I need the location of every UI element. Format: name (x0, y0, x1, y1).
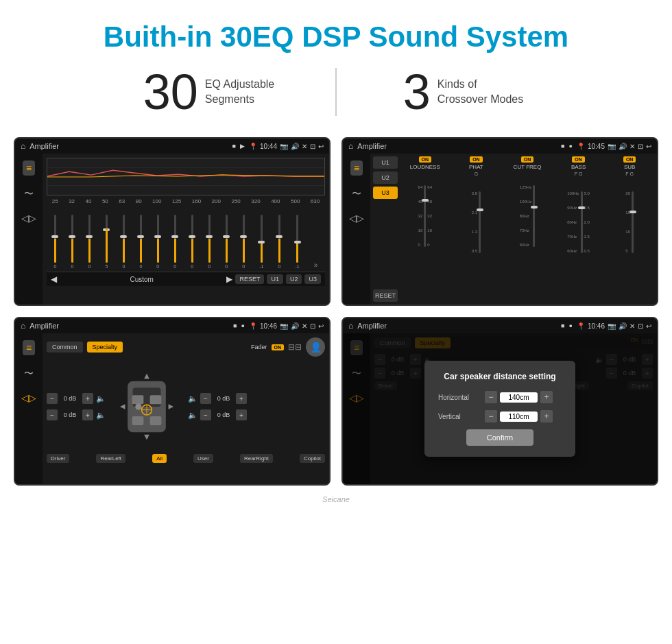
specialty-sidebar-eq[interactable]: ≡ (23, 340, 35, 355)
preset-u1[interactable]: U1 (373, 156, 398, 169)
slider-col-12[interactable]: 0 (242, 215, 245, 269)
db-plus-rl[interactable]: + (82, 409, 93, 420)
db-minus-rl[interactable]: − (47, 409, 58, 420)
slider-col-11[interactable]: 0 (225, 215, 228, 269)
eq-sidebar-eq[interactable]: ≡ (23, 160, 35, 176)
tab-specialty[interactable]: Specialty (87, 342, 123, 353)
window-icon-3[interactable]: ⊡ (310, 322, 315, 330)
status-icons-1: 📍 10:44 📷 🔊 ✕ ⊡ ↩ (249, 143, 324, 150)
db-plus-fl[interactable]: + (82, 393, 93, 404)
x-icon-4[interactable]: ✕ (629, 322, 635, 330)
cutfreq-slider[interactable]: 125Hz100Hz80Hz70Hz60Hz (520, 171, 535, 247)
horizontal-row: Horizontal − 140cm + (438, 391, 562, 403)
slider-col-1[interactable]: 0 (54, 215, 57, 269)
crossover-sidebar-vol[interactable]: ◁▷ (349, 213, 364, 224)
home-icon-4[interactable]: ⌂ (348, 321, 353, 331)
slider-col-4[interactable]: 5 (105, 215, 108, 269)
back-icon-1[interactable]: ↩ (318, 143, 324, 150)
db-minus-fr[interactable]: − (200, 393, 211, 404)
crossover-reset-btn[interactable]: RESET (373, 289, 398, 302)
slider-col-8[interactable]: 0 (173, 215, 176, 269)
phat-slider[interactable]: 3.82.11.30.5 (472, 178, 481, 253)
x-icon-1[interactable]: ✕ (302, 143, 307, 150)
eq-u3-btn[interactable]: U3 (304, 274, 321, 284)
vertical-plus[interactable]: + (540, 410, 553, 422)
slider-col-9[interactable]: 0 (191, 215, 193, 269)
cutfreq-toggle[interactable]: ON (521, 156, 534, 163)
window-icon-2[interactable]: ⊡ (638, 143, 643, 150)
svg-rect-8 (132, 416, 144, 425)
slider-col-3[interactable]: 0 (88, 215, 91, 269)
eq-sidebar-wave[interactable]: 〜 (24, 188, 34, 200)
play-icon-1[interactable]: ▶ (240, 143, 245, 150)
pos-driver[interactable]: Driver (47, 454, 69, 463)
loudness-toggle[interactable]: ON (419, 156, 432, 163)
pos-rearright[interactable]: RearRight (240, 454, 273, 463)
user-avatar-btn[interactable]: 👤 (306, 337, 325, 357)
slider-col-6[interactable]: 0 (139, 215, 142, 269)
specialty-sidebar-vol[interactable]: ◁▷ (21, 392, 36, 403)
loudness-slider[interactable]: 644832160 644832160 (418, 171, 432, 247)
eq-sidebar-vol[interactable]: ◁▷ (21, 213, 36, 224)
eq-stat: 30 EQ Adjustable Segments (96, 67, 322, 117)
home-icon-1[interactable]: ⌂ (21, 141, 25, 151)
sub-toggle[interactable]: ON (623, 156, 636, 163)
pos-copilot[interactable]: Copilot (300, 454, 325, 463)
preset-u2[interactable]: U2 (373, 171, 398, 184)
vertical-minus[interactable]: − (485, 410, 497, 422)
pos-user[interactable]: User (193, 454, 213, 463)
home-icon-2[interactable]: ⌂ (348, 141, 353, 151)
pos-all[interactable]: All (152, 454, 167, 463)
screen-dialog: ⌂ Amplifier ■ ● 📍 10:46 📷 🔊 ✕ ⊡ ↩ ≡ 〜 ◁▷ (341, 317, 658, 486)
eq-reset-btn[interactable]: RESET (235, 274, 264, 284)
x-icon-3[interactable]: ✕ (302, 322, 307, 330)
volume-icon-1: 🔊 (291, 143, 299, 150)
record-icon-3: ■ (233, 322, 237, 329)
slider-col-13[interactable]: -1 (259, 215, 263, 269)
bass-toggle[interactable]: ON (572, 156, 585, 163)
confirm-button[interactable]: Confirm (466, 429, 534, 446)
slider-col-10[interactable]: 0 (208, 215, 211, 269)
db-plus-rr[interactable]: + (236, 409, 247, 420)
svg-marker-17 (169, 404, 173, 409)
crossover-sidebar-wave[interactable]: 〜 (352, 188, 361, 200)
slider-col-2[interactable]: 0 (71, 215, 74, 269)
eq-u2-btn[interactable]: U2 (286, 274, 302, 284)
fader-toggle[interactable]: ON (272, 344, 285, 350)
eq-prev-btn[interactable]: ◀ (51, 274, 57, 284)
preset-u3[interactable]: U3 (373, 187, 398, 199)
slider-col-7[interactable]: 0 (156, 215, 159, 269)
specialty-sidebar: ≡ 〜 ◁▷ (15, 333, 43, 484)
back-icon-4[interactable]: ↩ (646, 322, 651, 330)
home-icon-3[interactable]: ⌂ (21, 321, 25, 331)
expand-arrows[interactable]: » (314, 261, 318, 269)
db-plus-fr[interactable]: + (236, 393, 247, 404)
sub-slider[interactable]: 2015105 (625, 178, 634, 253)
back-icon-2[interactable]: ↩ (646, 143, 651, 150)
svg-point-10 (135, 403, 141, 409)
window-icon-1[interactable]: ⊡ (310, 143, 315, 150)
horizontal-plus[interactable]: + (540, 391, 553, 403)
db-minus-fl[interactable]: − (47, 393, 58, 404)
crossover-sidebar-eq[interactable]: ≡ (350, 160, 363, 176)
slider-col-5[interactable]: 0 (122, 215, 125, 269)
eq-next-btn[interactable]: ▶ (226, 274, 232, 284)
eq-u1-btn[interactable]: U1 (267, 274, 283, 284)
stats-row: 30 EQ Adjustable Segments 3 Kinds of Cro… (96, 67, 576, 117)
channel-cutfreq: ON CUT FREQ 125Hz100Hz80Hz70Hz60Hz (503, 156, 552, 302)
window-icon-4[interactable]: ⊡ (638, 322, 643, 330)
specialty-sidebar-wave[interactable]: 〜 (24, 368, 34, 380)
vertical-input: − 110cm + (485, 410, 553, 422)
x-icon-2[interactable]: ✕ (629, 143, 635, 150)
slider-col-14[interactable]: 0 (278, 215, 280, 269)
slider-col-15[interactable]: -1 (295, 215, 299, 269)
tab-common[interactable]: Common (47, 342, 83, 353)
db-minus-rr[interactable]: − (200, 409, 211, 420)
bass-slider[interactable]: 100Hz90Hz80Hz70Hz60Hz 3.02.52.01.50.5 (567, 178, 590, 253)
screens-grid: ⌂ Amplifier ■ ▶ 📍 10:44 📷 🔊 ✕ ⊡ ↩ ≡ 〜 ◁▷ (0, 137, 672, 499)
pos-rearleft[interactable]: RearLeft (96, 454, 125, 463)
horizontal-minus[interactable]: − (485, 391, 497, 403)
phat-toggle[interactable]: ON (470, 156, 483, 163)
app-name-3: Amplifier (29, 322, 229, 330)
back-icon-3[interactable]: ↩ (318, 322, 324, 330)
